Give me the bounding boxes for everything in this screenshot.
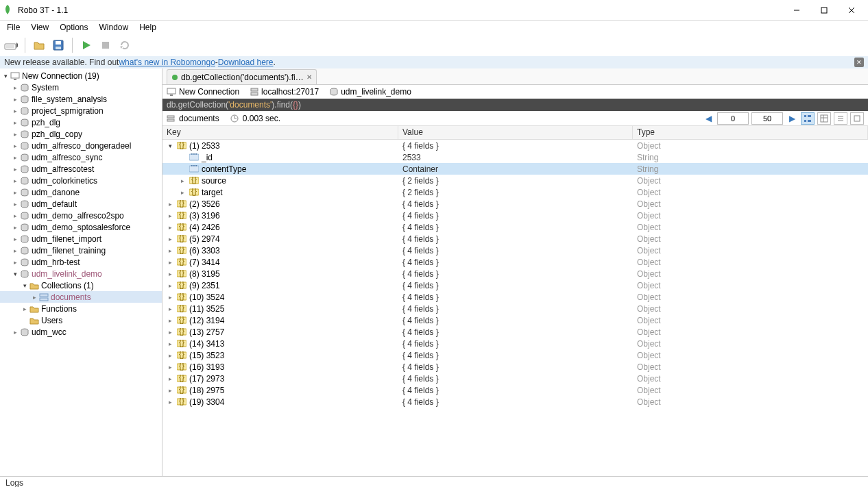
db-item-demo[interactable]: ▾udm_livelink_demo — [0, 268, 162, 279]
result-row[interactable]: ""contentTypeContainerString — [162, 163, 868, 175]
tree-view-button[interactable] — [801, 112, 815, 125]
menu-view[interactable]: View — [25, 21, 54, 34]
skip-input[interactable] — [717, 112, 749, 125]
expand-arrow[interactable]: ▸ — [11, 201, 19, 208]
expand-arrow[interactable]: ▸ — [167, 201, 173, 208]
expand-arrow[interactable]: ▸ — [167, 282, 173, 289]
bc-host[interactable]: localhost:27017 — [250, 87, 326, 97]
result-row[interactable]: ▸{}(11) 3525{ 4 fields }Object — [162, 303, 868, 314]
db-item[interactable]: ▸file_system_analysis — [0, 93, 162, 105]
db-item[interactable]: ▸udm_alfresco_dongeradeel — [0, 140, 162, 151]
result-row[interactable]: ▸{}(19) 3304{ 4 fields }Object — [162, 396, 868, 408]
menu-file[interactable]: File — [1, 21, 25, 34]
expand-arrow[interactable]: ▸ — [179, 189, 186, 196]
users-folder[interactable]: Users — [0, 314, 162, 326]
expand-arrow[interactable]: ▸ — [11, 96, 19, 103]
db-item[interactable]: ▸udm_alfresco_sync — [0, 151, 162, 163]
expand-arrow[interactable]: ▸ — [11, 154, 19, 161]
col-type[interactable]: Type — [633, 126, 868, 139]
expand-arrow[interactable]: ▸ — [167, 305, 173, 312]
expand-arrow[interactable]: ▸ — [11, 84, 19, 91]
expand-view-button[interactable] — [850, 112, 864, 125]
expand-arrow[interactable]: ▾ — [21, 282, 29, 289]
result-row[interactable]: ▸{}(10) 3524{ 4 fields }Object — [162, 291, 868, 303]
expand-arrow[interactable]: ▸ — [11, 212, 19, 219]
connection-root[interactable]: ▾New Connection (19) — [0, 70, 162, 82]
expand-arrow[interactable]: ▸ — [167, 259, 173, 266]
save-button[interactable] — [50, 37, 67, 53]
page-prev-button[interactable]: ◀ — [702, 112, 714, 125]
result-row[interactable]: ▸{}(3) 3196{ 4 fields }Object — [162, 210, 868, 221]
page-next-button[interactable]: ▶ — [786, 112, 798, 125]
result-row[interactable]: ▸{}(7) 3414{ 4 fields }Object — [162, 256, 868, 268]
query-tab[interactable]: db.getCollection('documents').fi… ✕ — [167, 69, 317, 84]
expand-arrow[interactable]: ▸ — [11, 166, 19, 173]
rotate-button[interactable] — [117, 37, 133, 53]
expand-arrow[interactable]: ▸ — [167, 294, 173, 301]
expand-arrow[interactable]: ▸ — [21, 305, 29, 312]
notify-close-button[interactable]: ✕ — [854, 58, 864, 67]
db-item[interactable]: ▸udm_default — [0, 198, 162, 210]
col-value[interactable]: Value — [398, 126, 633, 139]
menu-options[interactable]: Options — [54, 21, 93, 34]
expand-arrow[interactable]: ▸ — [167, 387, 173, 394]
collection-documents[interactable]: ▸documents — [0, 291, 162, 303]
limit-input[interactable] — [751, 112, 783, 125]
expand-arrow[interactable]: ▸ — [11, 142, 19, 149]
db-item[interactable]: ▸udm_demo_alfresco2spo — [0, 210, 162, 221]
execute-button[interactable] — [78, 37, 95, 53]
db-item[interactable]: ▸udm_alfrescotest — [0, 163, 162, 175]
db-item[interactable]: ▸System — [0, 82, 162, 93]
result-row[interactable]: ▸{}source{ 2 fields }Object — [162, 175, 868, 186]
table-view-button[interactable] — [817, 112, 831, 125]
tab-close-icon[interactable]: ✕ — [306, 73, 312, 81]
expand-arrow[interactable]: ▸ — [11, 259, 19, 266]
db-item[interactable]: ▸udm_filenet_import — [0, 233, 162, 245]
result-row[interactable]: ▸{}(4) 2426{ 4 fields }Object — [162, 221, 868, 233]
result-row[interactable]: ▸{}(5) 2974{ 4 fields }Object — [162, 233, 868, 245]
expand-arrow[interactable]: ▸ — [167, 236, 173, 242]
result-row[interactable]: ▸{}(15) 3523{ 4 fields }Object — [162, 349, 868, 361]
db-item[interactable]: ▸udm_colorkinetics — [0, 175, 162, 186]
result-row[interactable]: ▸{}(8) 3195{ 4 fields }Object — [162, 268, 868, 279]
result-row[interactable]: ▸{}(13) 2757{ 4 fields }Object — [162, 326, 868, 338]
db-item[interactable]: ▸pzh_dlg — [0, 116, 162, 128]
expand-arrow[interactable]: ▸ — [167, 247, 173, 254]
expand-arrow[interactable]: ▸ — [167, 212, 173, 219]
db-item[interactable]: ▸project_spmigration — [0, 105, 162, 116]
db-item[interactable]: ▸udm_demo_sptosalesforce — [0, 221, 162, 233]
result-row[interactable]: ▸{}(18) 2975{ 4 fields }Object — [162, 384, 868, 396]
result-row[interactable]: ▸{}(6) 3303{ 4 fields }Object — [162, 245, 868, 256]
open-button[interactable] — [31, 37, 47, 53]
db-item[interactable]: ▸udm_danone — [0, 186, 162, 198]
bc-database[interactable]: udm_livelink_demo — [330, 87, 418, 97]
result-row[interactable]: ▸{}(14) 3413{ 4 fields }Object — [162, 338, 868, 349]
expand-arrow[interactable]: ▸ — [11, 119, 19, 126]
stop-button[interactable] — [97, 37, 114, 53]
expand-arrow[interactable]: ▸ — [167, 399, 173, 405]
result-row[interactable]: ""_id2533String — [162, 151, 868, 163]
bc-connection[interactable]: New Connection — [167, 87, 246, 97]
expand-arrow[interactable]: ▸ — [167, 364, 173, 371]
expand-arrow[interactable]: ▸ — [167, 352, 173, 359]
result-row[interactable]: ▸{}(12) 3194{ 4 fields }Object — [162, 314, 868, 326]
expand-arrow[interactable]: ▾ — [11, 271, 19, 277]
expand-arrow[interactable]: ▸ — [11, 189, 19, 196]
db-item[interactable]: ▸pzh_dlg_copy — [0, 128, 162, 140]
db-item[interactable]: ▸udm_wcc — [0, 326, 162, 338]
expand-arrow[interactable]: ▸ — [167, 317, 173, 324]
expand-arrow[interactable]: ▸ — [167, 375, 173, 382]
expand-arrow[interactable]: ▸ — [167, 340, 173, 347]
expand-arrow[interactable]: ▸ — [11, 177, 19, 184]
result-row[interactable]: ▸{}(2) 3526{ 4 fields }Object — [162, 198, 868, 210]
result-row[interactable]: ▸{}target{ 2 fields }Object — [162, 186, 868, 198]
result-row[interactable]: ▸{}(9) 2351{ 4 fields }Object — [162, 279, 868, 291]
menu-window[interactable]: Window — [94, 21, 134, 34]
db-item[interactable]: ▸udm_filenet_training — [0, 245, 162, 256]
expand-arrow[interactable]: ▾ — [1, 73, 10, 79]
expand-arrow[interactable]: ▸ — [11, 108, 19, 114]
expand-arrow[interactable]: ▾ — [167, 142, 173, 149]
menu-help[interactable]: Help — [134, 21, 162, 34]
expand-arrow[interactable]: ▸ — [179, 177, 186, 184]
expand-arrow[interactable]: ▸ — [11, 329, 19, 336]
